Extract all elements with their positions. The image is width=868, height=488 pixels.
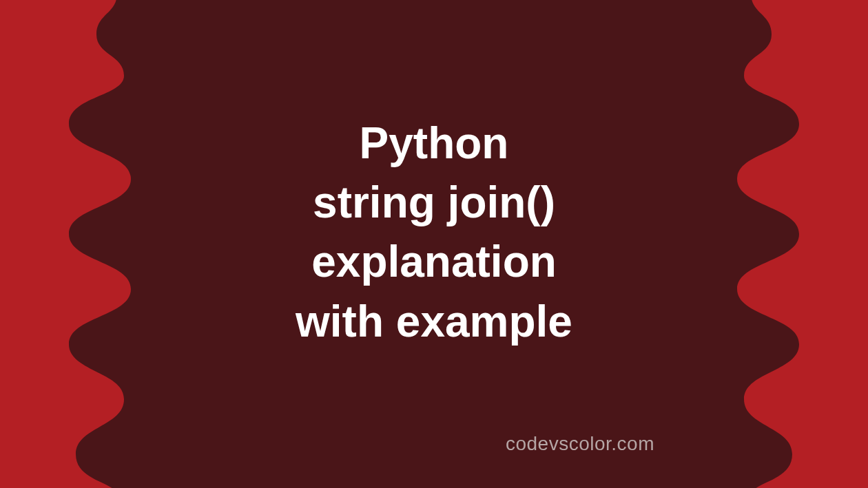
site-label: codevscolor.com <box>506 433 654 455</box>
main-title: Python string join() explanation with ex… <box>296 113 572 351</box>
